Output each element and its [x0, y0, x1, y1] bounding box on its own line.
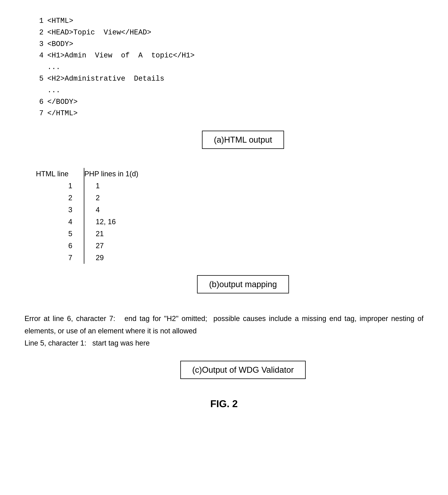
code-line-7: 7 </HTML> — [36, 108, 423, 119]
line-content-e2: ... — [47, 85, 60, 96]
table-row: 2 2 — [36, 192, 150, 204]
code-line-3: 3 <BODY> — [36, 38, 423, 50]
line-num-e2 — [36, 85, 43, 96]
table-row: 4 12, 16 — [36, 216, 150, 228]
line-num-5: 5 — [36, 73, 43, 85]
section-b: HTML line PHP lines in 1(d) 1 1 2 2 3 — [25, 168, 423, 293]
caption-b: (b)output mapping — [197, 275, 289, 293]
html-line-4: 4 — [36, 216, 84, 228]
php-line-4: 12, 16 — [84, 216, 150, 228]
line-num-3: 3 — [36, 38, 43, 50]
html-line-7: 7 — [36, 252, 84, 264]
code-line-5: 5 <H2>Administrative Details — [36, 73, 423, 85]
th-php-lines: PHP lines in 1(d) — [84, 168, 150, 180]
php-line-1: 1 — [84, 180, 150, 192]
line-num-2: 2 — [36, 27, 43, 38]
section-c: Error at line 6, character 7: end tag fo… — [25, 312, 423, 379]
table-row: 1 1 — [36, 180, 150, 192]
line-content-7: </HTML> — [47, 108, 78, 119]
html-line-6: 6 — [36, 240, 84, 252]
table-row: 3 4 — [36, 204, 150, 216]
section-a: 1 <HTML> 2 <HEAD>Topic View</HEAD> 3 <BO… — [25, 15, 423, 149]
php-line-6: 27 — [84, 240, 150, 252]
table-row: 6 27 — [36, 240, 150, 252]
line-content-2: <HEAD>Topic View</HEAD> — [47, 27, 151, 38]
code-line-1: 1 <HTML> — [36, 15, 423, 27]
mapping-table: HTML line PHP lines in 1(d) 1 1 2 2 3 — [36, 168, 150, 264]
table-header-row: HTML line PHP lines in 1(d) — [36, 168, 150, 180]
php-line-3: 4 — [84, 204, 150, 216]
mapping-table-container: HTML line PHP lines in 1(d) 1 1 2 2 3 — [36, 168, 423, 264]
line-content-1: <HTML> — [47, 15, 73, 27]
html-line-5: 5 — [36, 228, 84, 240]
line-num-6: 6 — [36, 96, 43, 108]
table-row: 5 21 — [36, 228, 150, 240]
code-line-6: 6 </BODY> — [36, 96, 423, 108]
code-line-4: 4 <H1>Admin View of A topic</H1> — [36, 50, 423, 61]
html-line-3: 3 — [36, 204, 84, 216]
line-num-e1 — [36, 61, 43, 73]
line-content-6: </BODY> — [47, 96, 78, 108]
table-row: 7 29 — [36, 252, 150, 264]
php-line-5: 21 — [84, 228, 150, 240]
line-content-5: <H2>Administrative Details — [47, 73, 164, 85]
caption-a: (a)HTML output — [202, 131, 284, 149]
line-content-3: <BODY> — [47, 38, 73, 50]
line-num-7: 7 — [36, 108, 43, 119]
figure-label: FIG. 2 — [25, 398, 423, 409]
line-num-4: 4 — [36, 50, 43, 61]
line-content-e1: ... — [47, 61, 60, 73]
code-line-ellipsis-2: ... — [36, 85, 423, 96]
php-line-2: 2 — [84, 192, 150, 204]
line-content-4: <H1>Admin View of A topic</H1> — [47, 50, 195, 61]
code-block: 1 <HTML> 2 <HEAD>Topic View</HEAD> 3 <BO… — [36, 15, 423, 119]
php-line-7: 29 — [84, 252, 150, 264]
line-num-1: 1 — [36, 15, 43, 27]
error-text: Error at line 6, character 7: end tag fo… — [25, 312, 423, 349]
code-line-2: 2 <HEAD>Topic View</HEAD> — [36, 27, 423, 38]
th-html-line: HTML line — [36, 168, 84, 180]
code-line-ellipsis-1: ... — [36, 61, 423, 73]
html-line-1: 1 — [36, 180, 84, 192]
html-line-2: 2 — [36, 192, 84, 204]
caption-c: (c)Output of WDG Validator — [180, 361, 306, 379]
main-container: 1 <HTML> 2 <HEAD>Topic View</HEAD> 3 <BO… — [25, 15, 423, 409]
